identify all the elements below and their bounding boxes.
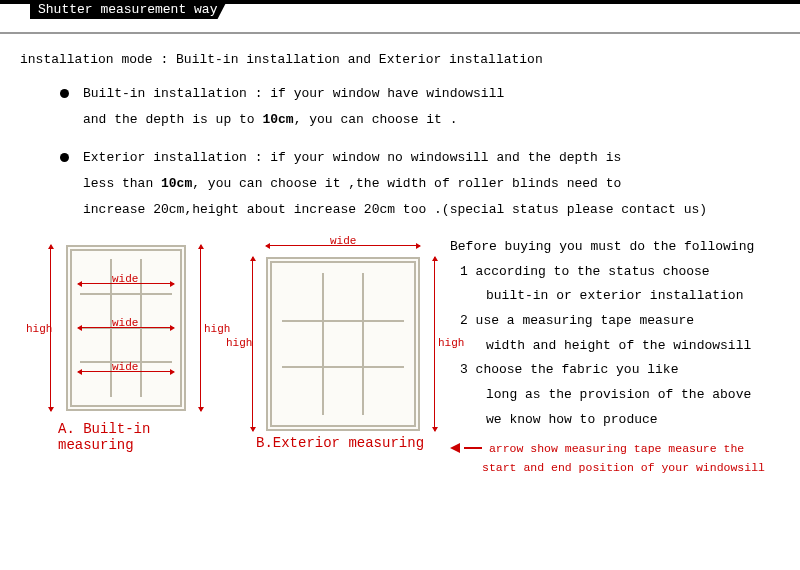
exterior-line2a: less than [83, 176, 161, 191]
label-wide-a-1: wide [112, 273, 138, 285]
builtin-line1: Built-in installation : if your window h… [83, 86, 504, 101]
header-bar: Shutter measurement way [0, 0, 800, 34]
diagram-row: high high wide wide wide A. Built-in mea… [20, 235, 780, 478]
builtin-depth: 10cm [262, 112, 293, 127]
diagram-b: wide high high B.Exterior measuring [230, 235, 450, 478]
label-wide-b: wide [330, 235, 356, 247]
exterior-line2b: , you can choose it ,the width of roller… [192, 176, 621, 191]
label-wide-a-2: wide [112, 317, 138, 329]
builtin-block: Built-in installation : if your window h… [60, 81, 780, 133]
exterior-line3: increase 20cm,height about increase 20cm… [60, 197, 780, 223]
step-3b: long as the provision of the above [460, 383, 780, 408]
instructions-intro: Before buying you must do the following [450, 235, 780, 260]
step-1: 1 according to the status choose [460, 260, 780, 285]
exterior-line1: Exterior installation : if your window n… [83, 150, 621, 165]
bullet-icon [60, 153, 69, 162]
window-grid-b [282, 273, 404, 415]
step-3c: we know how to produce [460, 408, 780, 433]
arrow-left-icon [450, 443, 460, 453]
installation-mode-line: installation mode : Built-in installatio… [20, 52, 780, 67]
window-frame-b [266, 257, 420, 431]
step-3: 3 choose the fabric you like [460, 358, 780, 383]
diagram-a: high high wide wide wide A. Built-in mea… [30, 235, 230, 478]
arrow-note: arrow show measuring tape measure the st… [450, 439, 780, 478]
label-high-b-left: high [226, 337, 252, 349]
arrow-text-1: arrow show measuring tape measure the [489, 442, 744, 455]
label-high-a-left: high [26, 323, 52, 335]
dim-high-right-a [200, 245, 201, 411]
label-high-a-right: high [204, 323, 230, 335]
exterior-block: Exterior installation : if your window n… [60, 145, 780, 223]
caption-b: B.Exterior measuring [256, 435, 424, 451]
exterior-depth: 10cm [161, 176, 192, 191]
bullet-icon [60, 89, 69, 98]
caption-a: A. Built-in measuring [58, 421, 230, 453]
content-area: installation mode : Built-in installatio… [0, 34, 800, 478]
arrow-text-2: start and end position of your windowsil… [450, 461, 765, 474]
arrow-line-icon [464, 447, 482, 449]
label-wide-a-3: wide [112, 361, 138, 373]
instructions-column: Before buying you must do the following … [450, 235, 780, 478]
step-2b: width and height of the windowsill [460, 334, 780, 359]
header-title-tab: Shutter measurement way [30, 0, 227, 19]
builtin-line2a: and the depth is up to [83, 112, 262, 127]
dim-high-right-b [434, 257, 435, 431]
builtin-line2b: , you can choose it . [294, 112, 458, 127]
step-1b: built-in or exterior installation [460, 284, 780, 309]
step-2: 2 use a measuring tape measure [460, 309, 780, 334]
